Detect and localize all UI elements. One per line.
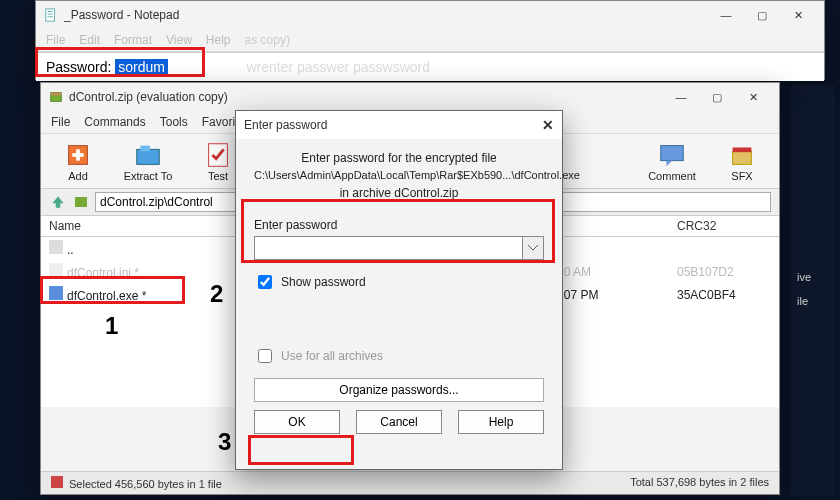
chevron-down-icon [528, 245, 538, 251]
notepad-icon [44, 8, 58, 22]
password-field-label: Enter password [254, 218, 544, 232]
svg-rect-14 [733, 148, 752, 153]
use-all-input[interactable] [258, 349, 272, 363]
extract-button[interactable]: Extract To [121, 140, 175, 182]
menu-file[interactable]: File [51, 115, 70, 129]
exe-icon [49, 286, 63, 300]
winrar-title: dControl.zip (evaluation copy) [69, 90, 663, 104]
organize-passwords-button[interactable]: Organize passwords... [254, 378, 544, 402]
ini-icon [49, 263, 63, 277]
menu-tools[interactable]: Tools [160, 115, 188, 129]
svg-rect-15 [75, 197, 87, 207]
show-password-input[interactable] [258, 275, 272, 289]
close-button[interactable]: ✕ [780, 9, 816, 22]
status-left: Selected 456,560 bytes in 1 file [69, 478, 222, 490]
svg-rect-9 [137, 149, 160, 164]
folder-up-icon [49, 240, 63, 254]
menu-view[interactable]: View [166, 33, 192, 47]
menu-commands[interactable]: Commands [84, 115, 145, 129]
status-icon [51, 476, 63, 488]
status-bar: Selected 456,560 bytes in 1 file Total 5… [41, 471, 779, 494]
use-all-checkbox[interactable]: Use for all archives [254, 346, 544, 366]
step-3-label: 3 [218, 428, 231, 456]
ghost-text-b: wrenter passwer passwsword [246, 59, 430, 75]
menu-help[interactable]: Help [206, 33, 231, 47]
password-input[interactable] [254, 236, 522, 260]
dialog-titlebar[interactable]: Enter password ✕ [236, 111, 562, 139]
winrar-titlebar[interactable]: dControl.zip (evaluation copy) — ▢ ✕ [41, 83, 779, 111]
show-password-checkbox[interactable]: Show password [254, 272, 544, 292]
maximize-button[interactable]: ▢ [744, 9, 780, 22]
notepad-title: _Password - Notepad [64, 8, 708, 22]
svg-rect-10 [141, 146, 150, 152]
notepad-menubar: File Edit Format View Help as copy) [36, 29, 824, 52]
close-icon[interactable]: ✕ [542, 117, 554, 133]
svg-rect-12 [661, 146, 684, 161]
notepad-body[interactable]: Password: sordum wrenter passwer passwsw… [36, 52, 824, 81]
menu-edit[interactable]: Edit [79, 33, 100, 47]
ok-button[interactable]: OK [254, 410, 340, 434]
dropdown-button[interactable] [522, 236, 544, 260]
dialog-message: Enter password for the encrypted file C:… [254, 149, 544, 202]
step-2-label: 2 [210, 280, 223, 308]
ghost-text-a: as copy) [245, 33, 290, 47]
archive-icon [73, 194, 89, 210]
dialog-title: Enter password [244, 118, 542, 132]
notepad-titlebar[interactable]: _Password - Notepad — ▢ ✕ [36, 1, 824, 29]
winrar-close[interactable]: ✕ [735, 91, 771, 104]
col-crc[interactable]: CRC32 [669, 216, 779, 236]
svg-rect-8 [72, 153, 83, 157]
winrar-icon [49, 90, 63, 104]
right-panel: ive ile [791, 85, 835, 495]
help-button[interactable]: Help [458, 410, 544, 434]
svg-rect-5 [51, 93, 62, 96]
add-button[interactable]: Add [51, 140, 105, 182]
password-dialog: Enter password ✕ Enter password for the … [235, 110, 563, 470]
menu-file[interactable]: File [46, 33, 65, 47]
up-button[interactable] [49, 193, 67, 211]
sfx-button[interactable]: SFX [715, 140, 769, 182]
notepad-window: _Password - Notepad — ▢ ✕ File Edit Form… [35, 0, 825, 80]
step-1-label: 1 [105, 312, 118, 340]
svg-rect-13 [733, 151, 752, 164]
svg-rect-0 [46, 9, 55, 21]
cancel-button[interactable]: Cancel [356, 410, 442, 434]
password-value: sordum [115, 59, 168, 75]
comment-button[interactable]: Comment [645, 140, 699, 182]
password-label: Password: [46, 59, 115, 75]
winrar-minimize[interactable]: — [663, 91, 699, 104]
winrar-maximize[interactable]: ▢ [699, 91, 735, 104]
menu-format[interactable]: Format [114, 33, 152, 47]
status-right: Total 537,698 bytes in 2 files [630, 476, 769, 490]
minimize-button[interactable]: — [708, 9, 744, 22]
